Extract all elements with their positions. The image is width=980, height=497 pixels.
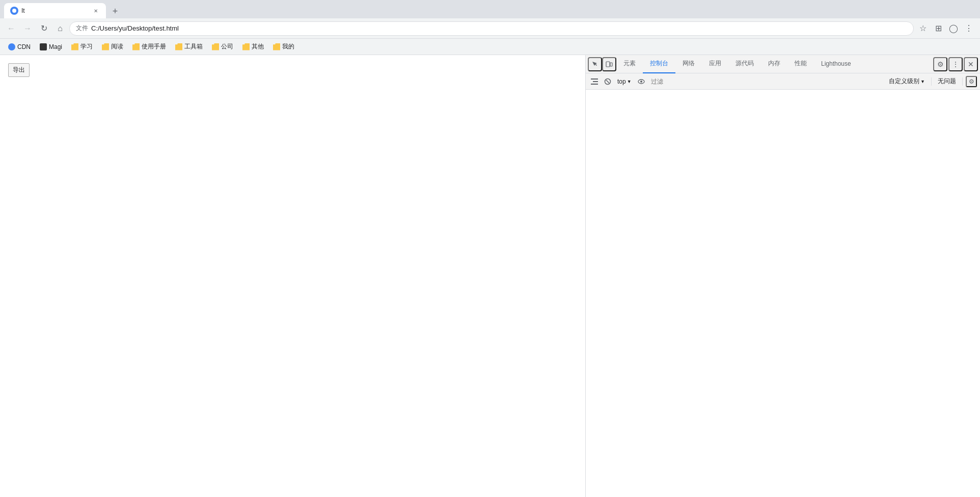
toolbar-divider [931,77,932,86]
bookmark-cdn[interactable]: CDN [4,41,35,53]
console-empty-area [586,92,980,497]
svg-rect-1 [606,62,610,67]
bookmark-cdn-label: CDN [17,43,31,50]
context-selector-arrow: ▼ [627,79,632,84]
devtools-close-button[interactable]: ✕ [964,57,978,71]
devtools-tab-elements[interactable]: 元素 [616,55,643,73]
bookmark-mine[interactable]: 我的 [269,40,298,53]
context-selector[interactable]: top ▼ [615,77,634,86]
bookmark-other-icon [242,43,250,50]
svg-rect-4 [593,81,598,82]
tab-close-button[interactable]: ✕ [92,7,100,15]
device-toggle-button[interactable] [602,57,616,71]
bookmark-tools[interactable]: 工具箱 [171,40,207,53]
bookmark-read[interactable]: 阅读 [98,40,127,53]
devtools-header-right: ⚙ ⋮ ✕ [933,57,978,71]
browser-tab[interactable]: It ✕ [4,3,106,18]
no-issues-button[interactable]: 无问题 [935,76,959,87]
bookmark-study-label: 学习 [80,42,93,51]
svg-line-7 [606,80,609,83]
level-selector-arrow: ▼ [920,79,925,84]
bookmark-company-label: 公司 [221,42,233,51]
devtools-tab-application[interactable]: 应用 [702,55,728,73]
bookmark-other[interactable]: 其他 [238,40,268,53]
toolbar-divider-2 [962,77,963,86]
bookmark-company-icon [212,43,219,50]
devtools-button[interactable]: ⋮ [962,21,976,36]
devtools-tab-network[interactable]: 网络 [675,55,702,73]
devtools-tab-lighthouse[interactable]: Lighthouse [814,55,858,73]
eye-button[interactable] [636,76,647,87]
clear-console-button[interactable] [602,76,613,87]
svg-rect-5 [591,84,598,85]
nav-bar: ← → ↻ ⌂ 文件 C:/Users/yu/Desktop/test.html… [0,18,980,39]
log-level-selector[interactable]: 自定义级别 ▼ [886,76,928,87]
tab-bar: It ✕ + [0,0,980,18]
console-settings-button[interactable]: ⚙ [966,76,977,87]
page-content: 导出 [0,55,585,497]
svg-rect-2 [610,63,612,66]
extension-button[interactable]: ⊞ [931,21,945,36]
bookmark-magi-label: Magi [49,43,62,50]
bookmark-company[interactable]: 公司 [208,40,237,53]
profile-button[interactable]: ◯ [946,21,961,36]
devtools-settings-button[interactable]: ⚙ [933,57,947,71]
bookmark-tools-label: 工具箱 [184,42,203,51]
new-tab-button[interactable]: + [108,4,122,18]
devtools-tab-sources[interactable]: 源代码 [728,55,761,73]
bookmark-tools-icon [175,43,182,50]
export-button[interactable]: 导出 [8,63,30,77]
bookmark-read-icon [102,43,109,50]
bookmark-study-icon [71,43,78,50]
main-area: 导出 元素 [0,55,980,497]
console-sidebar-button[interactable] [589,76,600,87]
devtools-console-toolbar: top ▼ 自定义级别 ▼ [586,73,980,90]
bookmark-other-label: 其他 [252,42,264,51]
inspect-element-button[interactable] [588,57,602,71]
address-bar-text[interactable]: C:/Users/yu/Desktop/test.html [91,24,907,32]
tab-favicon [10,7,18,15]
bookmark-study[interactable]: 学习 [67,40,97,53]
bookmark-mine-label: 我的 [282,42,294,51]
devtools-tab-console[interactable]: 控制台 [643,55,675,73]
address-bar-container: 文件 C:/Users/yu/Desktop/test.html [69,21,914,36]
svg-point-9 [640,81,642,83]
bookmark-button[interactable]: ☆ [916,21,930,36]
tab-title: It [21,7,92,14]
svg-rect-3 [591,79,598,80]
bookmark-mine-icon [273,43,280,50]
bookmarks-bar: CDN Magi 学习 阅读 使用手册 工具箱 公司 其他 [0,39,980,55]
bookmark-magi-icon [40,43,47,50]
devtools-tab-performance[interactable]: 性能 [787,55,814,73]
devtools-console-content: > [586,90,980,497]
nav-right-buttons: ☆ ⊞ ◯ ⋮ [916,21,976,36]
devtools-more-button[interactable]: ⋮ [948,57,963,71]
bookmark-read-label: 阅读 [111,42,123,51]
forward-button[interactable]: → [20,21,35,36]
bookmark-manual-icon [132,43,140,50]
console-filter-input[interactable] [649,78,884,85]
browser-frame: It ✕ + ← → ↻ ⌂ 文件 C:/Users/yu/Desktop/te… [0,0,980,497]
reload-button[interactable]: ↻ [37,21,51,36]
back-button[interactable]: ← [4,21,18,36]
svg-point-0 [12,9,16,13]
devtools-panel: 元素 控制台 网络 应用 源代码 内存 性能 [585,55,980,497]
address-bar-protocol: 文件 [76,24,88,33]
devtools-header: 元素 控制台 网络 应用 源代码 内存 性能 [586,55,980,73]
home-button[interactable]: ⌂ [53,21,67,36]
bookmark-magi[interactable]: Magi [36,41,66,53]
bookmark-manual[interactable]: 使用手册 [128,40,170,53]
devtools-tab-memory[interactable]: 内存 [761,55,787,73]
bookmark-cdn-icon [8,43,15,50]
bookmark-manual-label: 使用手册 [142,42,166,51]
